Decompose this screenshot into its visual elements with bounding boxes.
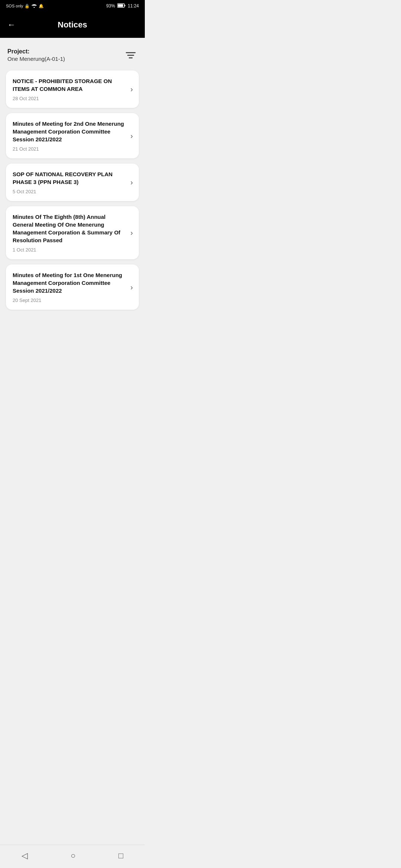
- notice-date-3: 5 Oct 2021: [13, 189, 126, 194]
- notice-card-5[interactable]: Minutes of Meeting for 1st One Menerung …: [6, 264, 139, 310]
- svg-rect-1: [118, 4, 123, 7]
- notice-content-4: Minutes Of The Eighth (8th) Annual Gener…: [13, 213, 130, 253]
- battery-percentage: 93%: [106, 3, 115, 9]
- notice-card-2[interactable]: Minutes of Meeting for 2nd One Menerung …: [6, 113, 139, 158]
- notice-content-3: SOP OF NATIONAL RECOVERY PLAN PHASE 3 (P…: [13, 170, 130, 194]
- notice-title-4: Minutes Of The Eighth (8th) Annual Gener…: [13, 213, 126, 244]
- notice-content-1: NOTICE - PROHIBITED STORAGE ON ITEMS AT …: [13, 77, 130, 101]
- bell-icon: 🔔: [39, 4, 44, 9]
- page-title: Notices: [19, 20, 137, 30]
- back-button[interactable]: ←: [7, 19, 19, 31]
- notice-card-1[interactable]: NOTICE - PROHIBITED STORAGE ON ITEMS AT …: [6, 70, 139, 108]
- lock-icon: 🔒: [25, 4, 30, 9]
- project-info: Project: One Menerung(A-01-1): [7, 48, 65, 62]
- project-name: One Menerung(A-01-1): [7, 56, 65, 62]
- notice-title-5: Minutes of Meeting for 1st One Menerung …: [13, 271, 126, 295]
- chevron-icon-2: ›: [130, 132, 133, 140]
- notice-date-2: 21 Oct 2021: [13, 146, 126, 152]
- status-bar: SOS only 🔒 🔔 93% 11:24: [0, 0, 145, 12]
- time-label: 11:24: [128, 3, 139, 9]
- notice-title-3: SOP OF NATIONAL RECOVERY PLAN PHASE 3 (P…: [13, 170, 126, 186]
- notice-date-4: 1 Oct 2021: [13, 247, 126, 253]
- notice-title-2: Minutes of Meeting for 2nd One Menerung …: [13, 120, 126, 143]
- project-label: Project:: [7, 48, 65, 55]
- battery-icon: [117, 3, 125, 9]
- notice-title-1: NOTICE - PROHIBITED STORAGE ON ITEMS AT …: [13, 77, 126, 93]
- svg-rect-2: [124, 5, 125, 6]
- header: ← Notices: [0, 12, 145, 38]
- notice-date-5: 20 Sept 2021: [13, 297, 126, 303]
- notice-content-2: Minutes of Meeting for 2nd One Menerung …: [13, 120, 130, 152]
- notices-list: NOTICE - PROHIBITED STORAGE ON ITEMS AT …: [6, 70, 139, 310]
- status-left: SOS only 🔒 🔔: [6, 3, 44, 9]
- notice-card-3[interactable]: SOP OF NATIONAL RECOVERY PLAN PHASE 3 (P…: [6, 164, 139, 201]
- notice-card-4[interactable]: Minutes Of The Eighth (8th) Annual Gener…: [6, 206, 139, 259]
- project-section: Project: One Menerung(A-01-1): [6, 45, 139, 70]
- chevron-icon-4: ›: [130, 228, 133, 237]
- notice-content-5: Minutes of Meeting for 1st One Menerung …: [13, 271, 130, 303]
- chevron-icon-3: ›: [130, 178, 133, 187]
- chevron-icon-1: ›: [130, 85, 133, 93]
- wifi-icon: [31, 3, 37, 9]
- content-area: Project: One Menerung(A-01-1) NOTICE - P…: [0, 38, 145, 322]
- notice-date-1: 28 Oct 2021: [13, 96, 126, 101]
- status-right: 93% 11:24: [106, 3, 139, 9]
- chevron-icon-5: ›: [130, 283, 133, 292]
- sos-only-label: SOS only: [6, 4, 23, 8]
- filter-icon[interactable]: [124, 50, 137, 63]
